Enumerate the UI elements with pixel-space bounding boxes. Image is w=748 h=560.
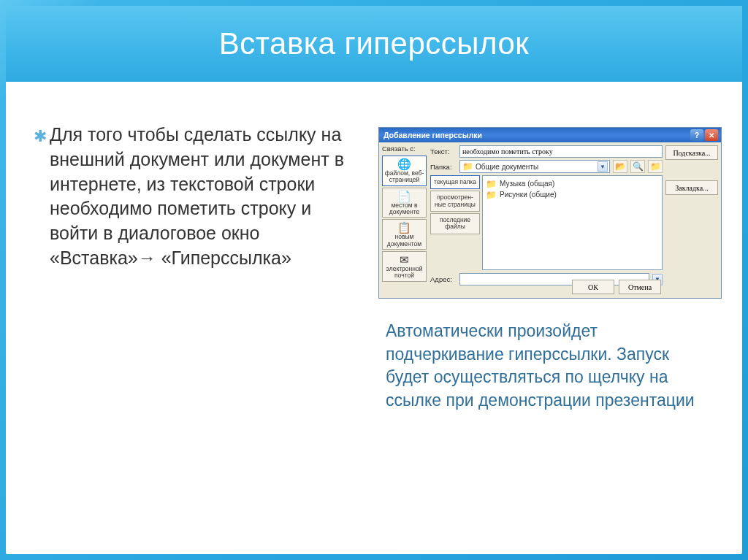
dialog-title: Добавление гиперссылки: [383, 131, 482, 139]
browse-tabs: текущая папка просмотрен- ные страницы п…: [430, 175, 480, 270]
open-folder-icon: 📁: [650, 161, 661, 172]
folder-value: Общие документы: [476, 163, 538, 171]
slide-card: Вставка гиперссылок ✱ Для того чтобы сде…: [6, 6, 742, 554]
slide-title-bar: Вставка гиперссылок: [6, 6, 742, 82]
document-icon: 📄: [383, 191, 425, 202]
dialog-center: Текст: Папка: 📁 Общие документы ▼ 📂 🔍 📁: [429, 142, 665, 298]
folder-icon: 📁: [486, 179, 497, 189]
slide-body-right-text: Автоматически произойдет подчеркивание г…: [386, 321, 695, 410]
list-item-label: Рисунки (общие): [500, 191, 557, 199]
address-label: Адрес:: [430, 275, 457, 283]
file-list[interactable]: 📁 Музыка (общая) 📁 Рисунки (общие): [482, 175, 663, 270]
browse-file-button[interactable]: 📁: [648, 160, 663, 173]
bullet-icon: ✱: [34, 126, 47, 147]
place-in-document-label: местом в документе: [389, 202, 419, 215]
list-item[interactable]: 📁 Музыка (общая): [486, 178, 659, 189]
browse-web-button[interactable]: 🔍: [630, 160, 645, 173]
folder-label: Папка:: [430, 163, 457, 171]
list-item-label: Музыка (общая): [500, 180, 554, 188]
browse-current-folder[interactable]: текущая папка: [430, 175, 480, 189]
help-button[interactable]: ?: [690, 129, 703, 141]
slide-body-left: ✱ Для того чтобы сделать ссылку на внешн…: [50, 123, 349, 271]
bookmark-button[interactable]: Закладка...: [665, 180, 718, 195]
place-email[interactable]: ✉ электронной почтой: [382, 251, 427, 282]
new-document-icon: 📋: [383, 222, 425, 233]
text-input[interactable]: [459, 145, 663, 158]
up-folder-icon: 📂: [615, 161, 626, 172]
cancel-button[interactable]: Отмена: [619, 280, 661, 294]
hint-button[interactable]: Подсказка...: [665, 145, 718, 160]
up-folder-button[interactable]: 📂: [613, 160, 627, 173]
place-new-document-label: новым документом: [387, 233, 421, 247]
place-email-label: электронной почтой: [386, 265, 423, 279]
search-icon: 🔍: [633, 161, 644, 172]
dialog-right-buttons: Подсказка... Закладка...: [665, 142, 721, 298]
place-new-document[interactable]: 📋 новым документом: [382, 219, 427, 250]
mail-icon: ✉: [383, 254, 425, 265]
text-label: Текст:: [430, 147, 457, 156]
browse-viewed-pages[interactable]: просмотрен- ные страницы: [430, 191, 480, 212]
link-with-label: Связать с:: [382, 145, 427, 153]
place-file-web-label: файлом, веб-страницей: [385, 169, 424, 183]
slide-title: Вставка гиперссылок: [219, 26, 529, 61]
close-button[interactable]: ✕: [705, 129, 718, 141]
slide-body-left-text: Для того чтобы сделать ссылку на внешний…: [50, 124, 344, 268]
place-file-web[interactable]: 🌐 файлом, веб-страницей: [382, 156, 427, 186]
place-in-document[interactable]: 📄 местом в документе: [382, 188, 427, 218]
center-main: текущая папка просмотрен- ные страницы п…: [430, 175, 663, 270]
dialog-bottom-buttons: ОК Отмена: [572, 280, 661, 294]
text-row: Текст:: [430, 145, 663, 158]
slide-body-right: Автоматически произойдет подчеркивание г…: [386, 320, 714, 413]
ok-button[interactable]: ОК: [572, 280, 614, 294]
folder-icon: 📁: [486, 190, 497, 200]
folder-row: Папка: 📁 Общие документы ▼ 📂 🔍 📁: [430, 160, 663, 173]
link-with-column: Связать с: 🌐 файлом, веб-страницей 📄 мес…: [379, 142, 429, 298]
globe-icon: 🌐: [383, 158, 425, 169]
browse-recent-files[interactable]: последние файлы: [430, 213, 480, 234]
list-item[interactable]: 📁 Рисунки (общие): [486, 189, 659, 200]
insert-hyperlink-dialog: Добавление гиперссылки ? ✕ Связать с: 🌐 …: [378, 127, 722, 299]
folder-combo[interactable]: 📁 Общие документы ▼: [459, 160, 610, 173]
folder-icon: 📁: [462, 161, 473, 172]
dialog-titlebar: Добавление гиперссылки ? ✕: [379, 128, 721, 142]
chevron-down-icon: ▼: [598, 161, 608, 172]
